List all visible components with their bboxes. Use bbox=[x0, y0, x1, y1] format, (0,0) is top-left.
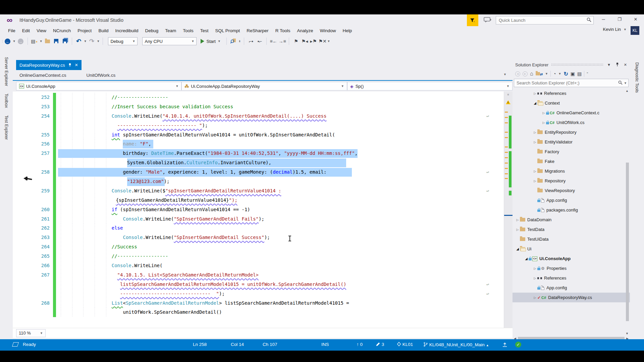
tree-item-packages-config[interactable]: packages.config bbox=[513, 205, 630, 215]
collapsed-arrow-icon[interactable]: ▷ bbox=[533, 179, 537, 183]
editor-scrollbar[interactable]: ≡ bbox=[504, 92, 513, 328]
code-text[interactable]: Console.WriteLine("SpInsertGamerAndDetai… bbox=[58, 215, 504, 224]
toolbar-overflow-button[interactable]: ▼ bbox=[327, 40, 330, 43]
tree-item-factory[interactable]: Factory bbox=[513, 147, 630, 157]
tree-item-app-config[interactable]: App.config bbox=[513, 195, 630, 205]
tree-item-unitofwork-cs[interactable]: ▷C#UnitOfWork.cs bbox=[513, 118, 630, 127]
start-debugging-button[interactable]: Start ▼ bbox=[198, 39, 223, 44]
menu-item-tools[interactable]: Tools bbox=[179, 27, 197, 35]
code-text[interactable]: {spInsertGamerAndDetailReturnValue41014}… bbox=[58, 196, 504, 205]
collapsed-arrow-icon[interactable]: ▷ bbox=[541, 121, 546, 124]
margin-marker-icon[interactable]: ↩ bbox=[486, 186, 489, 196]
toolbar-overflow-button[interactable]: '' bbox=[587, 72, 588, 76]
code-text[interactable]: listSpSearchGamerAndDetailReturnModel410… bbox=[58, 280, 504, 289]
menu-item-ncrunch[interactable]: NCrunch bbox=[50, 27, 74, 35]
toggle-bookmark-button[interactable]: ⚑ bbox=[292, 39, 300, 44]
solution-search-input[interactable] bbox=[514, 80, 618, 85]
pin-icon[interactable] bbox=[614, 62, 620, 67]
branch-indicator[interactable]: KL/04B_NUnit_KL/00_Main ▲ bbox=[423, 342, 489, 347]
member-dropdown[interactable]: ◈ Sp()▼ bbox=[347, 82, 513, 90]
code-text[interactable]: -------------------------------- ");↩ bbox=[58, 289, 504, 299]
code-line[interactable]: 254Console.WriteLine("4.10.1.4. unitOfWo… bbox=[13, 112, 504, 121]
menu-item-r-tools[interactable]: R Tools bbox=[272, 27, 294, 35]
menu-item-help[interactable]: Help bbox=[339, 27, 355, 35]
tree-item-repository[interactable]: ▷Repository bbox=[513, 176, 630, 186]
ncrunch-filter-button[interactable] bbox=[467, 14, 478, 26]
pending-changes[interactable]: 3 bbox=[376, 342, 384, 347]
code-line[interactable]: 262else bbox=[13, 224, 504, 233]
tree-item-properties[interactable]: ▷⚙Properties bbox=[513, 263, 630, 273]
side-tab-test-explorer[interactable]: Test Explorer bbox=[3, 114, 10, 141]
next-bookmark-button[interactable]: ▸⚑ bbox=[310, 39, 317, 44]
code-text[interactable]: Console.WriteLine("SpInsertGamerAndDetai… bbox=[58, 233, 504, 242]
margin-marker-icon[interactable]: ↩ bbox=[486, 112, 489, 121]
code-line[interactable]: "123@123.com"); bbox=[13, 177, 504, 186]
code-text[interactable]: if (spInsertGamerAndDetailReturnValue410… bbox=[58, 205, 504, 215]
menu-item-analyze[interactable]: Analyze bbox=[293, 27, 316, 35]
home-icon[interactable]: ⌂ bbox=[530, 71, 533, 77]
code-line[interactable]: 264//Success bbox=[13, 242, 504, 252]
chevron-down-icon[interactable]: ⇟ bbox=[238, 40, 241, 43]
side-tab-server-explorer[interactable]: Server Explorer bbox=[3, 56, 10, 87]
side-tab-diagnostic-tools[interactable]: Diagnostic Tools bbox=[634, 61, 640, 94]
minimize-button[interactable]: ─ bbox=[598, 15, 609, 23]
navigate-forward-button[interactable]: → bbox=[17, 38, 24, 45]
avatar[interactable]: KL bbox=[631, 26, 639, 35]
collapsed-arrow-icon[interactable]: ▷ bbox=[533, 170, 537, 173]
tree-item-app-config[interactable]: App.config bbox=[513, 283, 630, 293]
code-line[interactable]: 263Console.WriteLine("SpInsertGamerAndDe… bbox=[13, 233, 504, 242]
redo-button[interactable]: ↷ bbox=[88, 38, 96, 45]
code-line[interactable]: 260if (spInsertGamerAndDetailReturnValue… bbox=[13, 205, 504, 215]
type-dropdown[interactable]: ⁂ Ui.ConsoleApp.DataRepositoryWay▼ bbox=[181, 82, 347, 90]
quick-launch-input[interactable] bbox=[496, 18, 587, 23]
open-file-button[interactable] bbox=[44, 39, 51, 44]
code-line[interactable]: 261Console.WriteLine("SpInsertGamerAndDe… bbox=[13, 215, 504, 224]
tree-item-references[interactable]: ▷References bbox=[513, 88, 630, 98]
outgoing-commits[interactable]: ↑ 0 bbox=[357, 342, 363, 347]
close-icon[interactable]: ✕ bbox=[75, 63, 78, 67]
code-text[interactable]: Console.WriteLine( bbox=[58, 261, 504, 270]
code-line[interactable]: -------------------------------- ");↩ bbox=[13, 289, 504, 299]
new-project-button[interactable]: ▤✦ bbox=[31, 39, 38, 44]
quick-fix-hammer-icon[interactable] bbox=[23, 175, 33, 184]
tree-item-datadomain[interactable]: ▷DataDomain bbox=[513, 215, 630, 225]
collapsed-arrow-icon[interactable]: ▷ bbox=[533, 131, 537, 134]
back-button[interactable]: ◂ bbox=[515, 71, 520, 76]
code-line[interactable]: 265//------------------ bbox=[13, 252, 504, 261]
scroll-up-icon[interactable]: ▲ bbox=[626, 89, 629, 93]
collapsed-arrow-icon[interactable]: ▷ bbox=[533, 277, 537, 280]
menu-item-incredibuild[interactable]: Incredibuild bbox=[112, 27, 142, 35]
margin-marker-icon[interactable]: ↩ bbox=[486, 289, 489, 299]
toolbar-grip[interactable]: ⁞ bbox=[2, 40, 3, 43]
repository-indicator[interactable]: KL01 bbox=[397, 342, 413, 347]
menu-item-resharper[interactable]: ReSharper bbox=[243, 27, 272, 35]
tree-item-migrations[interactable]: ▷Migrations bbox=[513, 166, 630, 176]
code-line[interactable]: 253//Insert Success because validation S… bbox=[13, 102, 504, 112]
code-text[interactable]: //Insert Success because validation Succ… bbox=[58, 102, 504, 112]
undo-button[interactable]: ↶ bbox=[75, 38, 83, 45]
build-success-indicator[interactable]: ✓ bbox=[515, 342, 521, 348]
code-text[interactable]: else bbox=[58, 224, 504, 233]
close-icon[interactable]: ✕ bbox=[623, 63, 628, 67]
splitter-handle[interactable]: ≡ bbox=[505, 93, 511, 96]
code-line[interactable]: ---------------------------- "); bbox=[13, 121, 504, 130]
maximize-button[interactable]: ❐ bbox=[614, 15, 625, 23]
menu-item-test[interactable]: Test bbox=[197, 27, 212, 35]
code-text[interactable]: gender: "Male", experience: 1, level: 1,… bbox=[58, 168, 504, 177]
menu-item-project[interactable]: Project bbox=[74, 27, 95, 35]
previous-bookmark-button[interactable]: ⚑◂ bbox=[301, 39, 308, 44]
collapsed-arrow-icon[interactable]: ▷ bbox=[515, 218, 520, 222]
code-line[interactable]: 259Console.WriteLine($"spInsertGamerAndD… bbox=[13, 186, 504, 196]
code-text[interactable]: unitOfWork.SpSearchGamerAndDetail() bbox=[58, 308, 504, 317]
code-line[interactable]: 267"4.10.1.5. List<SpSearchGamerAndDetai… bbox=[13, 270, 504, 280]
save-button[interactable] bbox=[53, 39, 60, 44]
tree-item-context[interactable]: ◢Context bbox=[513, 98, 630, 108]
pin-icon[interactable] bbox=[68, 63, 71, 67]
user-area[interactable]: Kevin Lin ▼ bbox=[603, 27, 627, 32]
menu-item-debug[interactable]: Debug bbox=[142, 27, 162, 35]
tab-onlinegamecontext[interactable]: OnlineGameContext.cs bbox=[16, 73, 70, 78]
quick-launch-box[interactable] bbox=[496, 16, 594, 24]
tree-item-references[interactable]: ▷References bbox=[513, 273, 630, 283]
increase-indent-button[interactable]: →≡ bbox=[278, 39, 286, 44]
uncomment-button[interactable]: ▪⌐ bbox=[256, 39, 263, 44]
